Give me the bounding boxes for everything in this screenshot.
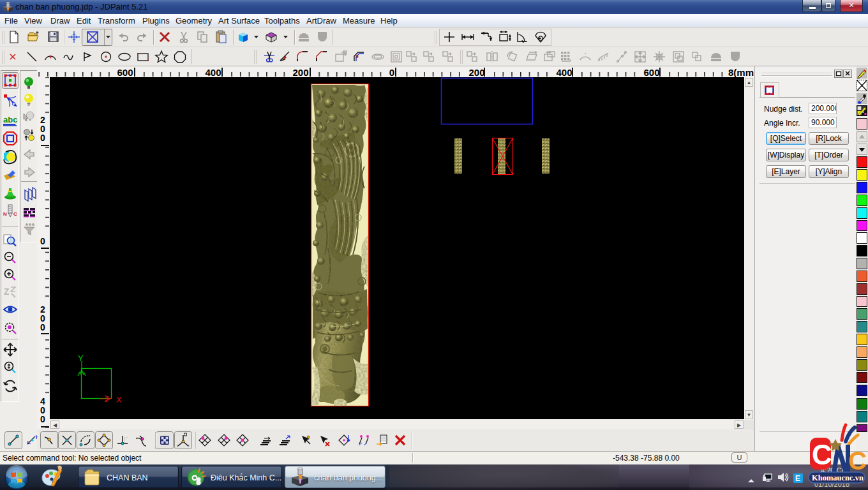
svg-text:200: 200 [292,67,308,77]
svg-text:600: 600 [117,67,133,77]
svg-text:E: E [795,474,800,483]
svg-text:CHAN BAN: CHAN BAN [107,473,148,482]
svg-text:X: X [116,395,122,405]
svg-text:0: 0 [40,322,45,332]
svg-text:0: 0 [389,67,394,77]
svg-text:8(mm: 8(mm [728,67,754,77]
svg-text:0: 0 [40,414,45,424]
svg-text:Y: Y [78,353,84,363]
svg-text:Khomaucnc.vn: Khomaucnc.vn [812,473,864,482]
svg-text:200: 200 [468,67,484,77]
svg-text:Điêu Khắc Minh C...: Điêu Khắc Minh C... [211,473,281,482]
svg-text:C: C [812,439,832,470]
svg-text:Z: Z [4,286,10,297]
svg-text:600: 600 [643,67,659,77]
svg-text:0: 0 [40,133,45,143]
svg-text:N: N [3,211,7,217]
svg-text:C: C [848,447,867,475]
svg-text:abc: abc [3,115,17,124]
svg-text:400: 400 [205,67,221,77]
svg-text:chan ban phuong...: chan ban phuong... [314,473,382,482]
svg-text:C: C [13,211,17,217]
svg-text:400: 400 [556,67,572,77]
svg-text:0: 0 [40,236,45,246]
